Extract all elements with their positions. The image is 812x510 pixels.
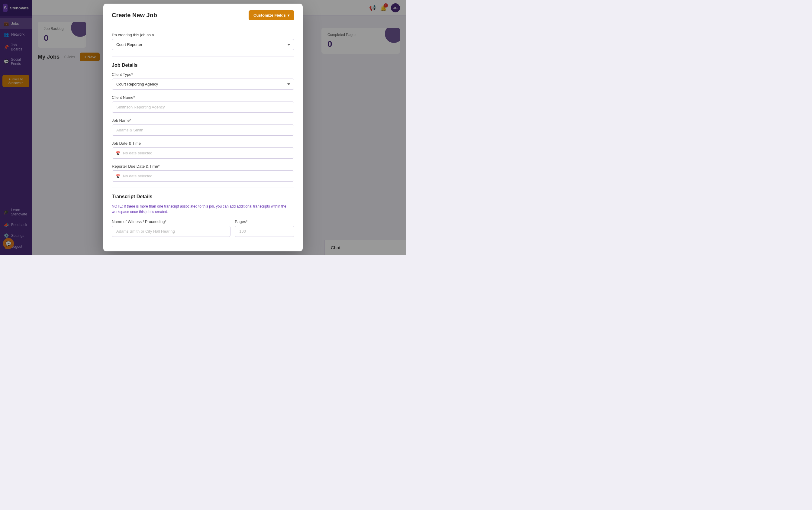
reporter-due-calendar-icon: 📅 bbox=[115, 174, 120, 178]
job-date-calendar-icon: 📅 bbox=[115, 151, 120, 155]
job-date-wrapper: 📅 bbox=[112, 147, 294, 159]
modal-title: Create New Job bbox=[112, 12, 157, 19]
reporter-due-input[interactable] bbox=[112, 170, 294, 181]
reporter-due-form-group: Reporter Due Date & Time* 📅 bbox=[112, 164, 294, 181]
reporter-due-wrapper: 📅 bbox=[112, 170, 294, 181]
reporter-due-label: Reporter Due Date & Time* bbox=[112, 164, 294, 169]
modal-overlay: Create New Job Customize Fields I'm crea… bbox=[0, 0, 406, 255]
create-job-modal: Create New Job Customize Fields I'm crea… bbox=[103, 4, 303, 251]
pages-input[interactable] bbox=[235, 226, 294, 237]
witness-pages-row: Name of Witness / Proceeding* Pages* bbox=[112, 219, 294, 242]
client-name-input[interactable] bbox=[112, 102, 294, 113]
pages-label: Pages* bbox=[235, 219, 294, 224]
modal-footer: Create Cancel bbox=[103, 249, 303, 251]
transcript-note: NOTE: If there is more than one transcri… bbox=[112, 204, 294, 215]
customize-fields-button[interactable]: Customize Fields bbox=[249, 10, 294, 20]
witness-label: Name of Witness / Proceeding* bbox=[112, 219, 231, 224]
job-name-input[interactable] bbox=[112, 124, 294, 136]
role-label: I'm creating this job as a... bbox=[112, 33, 294, 37]
witness-form-group: Name of Witness / Proceeding* bbox=[112, 219, 231, 237]
client-type-label: Client Type* bbox=[112, 72, 294, 77]
job-name-label: Job Name* bbox=[112, 118, 294, 123]
job-date-label: Job Date & Time bbox=[112, 141, 294, 146]
pages-form-group: Pages* bbox=[235, 219, 294, 237]
section-divider-2 bbox=[112, 188, 294, 188]
client-name-form-group: Client Name* bbox=[112, 95, 294, 113]
role-form-group: I'm creating this job as a... Court Repo… bbox=[112, 33, 294, 50]
section-divider-1 bbox=[112, 56, 294, 57]
client-name-label: Client Name* bbox=[112, 95, 294, 100]
role-select[interactable]: Court Reporter Scopist Proofreader Agenc… bbox=[112, 39, 294, 50]
client-type-form-group: Client Type* Court Reporting Agency Atto… bbox=[112, 72, 294, 90]
client-type-select[interactable]: Court Reporting Agency Attorney Direct bbox=[112, 79, 294, 90]
job-date-input[interactable] bbox=[112, 147, 294, 159]
witness-input[interactable] bbox=[112, 226, 231, 237]
modal-body: I'm creating this job as a... Court Repo… bbox=[103, 26, 303, 249]
job-details-title: Job Details bbox=[112, 62, 294, 68]
transcript-title: Transcript Details bbox=[112, 194, 294, 199]
job-date-form-group: Job Date & Time 📅 bbox=[112, 141, 294, 159]
modal-header: Create New Job Customize Fields bbox=[103, 4, 303, 26]
job-name-form-group: Job Name* bbox=[112, 118, 294, 136]
